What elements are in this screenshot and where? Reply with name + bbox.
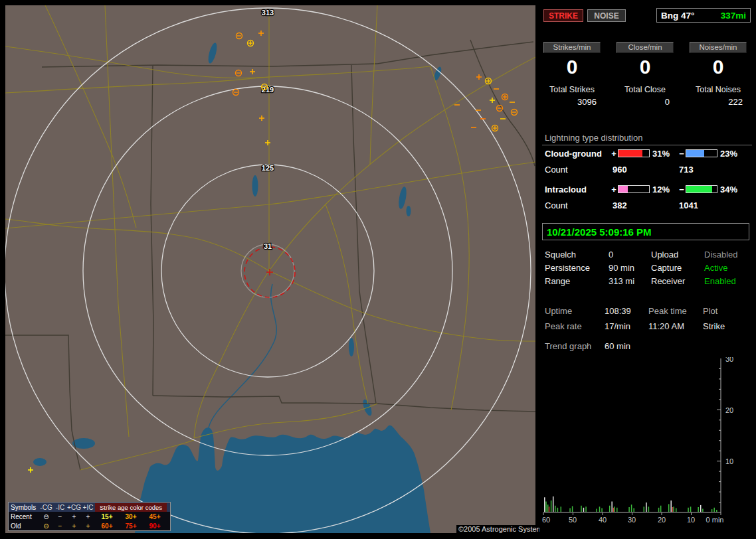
total-close-value: 0 (616, 97, 674, 107)
cloud-ground-label: Cloud-ground (545, 149, 610, 159)
persistence-value: 90 min (609, 263, 651, 273)
strikes-per-min-value: 0 (543, 56, 601, 78)
cg-minus-pct: 23% (720, 149, 745, 159)
count-label: Count (545, 165, 613, 174)
peak-rate-value: 17/min (605, 321, 648, 332)
chart-ticks (543, 368, 721, 515)
intracloud-count-row: Count 382 1041 (545, 200, 698, 210)
peak-rate-label: Peak rate (545, 321, 605, 332)
divider (542, 145, 752, 145)
ic-minus-count: 1041 (679, 200, 698, 210)
intracloud-label: Intracloud (545, 185, 610, 194)
distance-value: 337mi (721, 11, 746, 21)
age-45: 45+ (143, 512, 167, 521)
ic-plus-count: 382 (613, 200, 679, 210)
ic-plus-pct: 12% (652, 185, 678, 194)
squelch-label: Squelch (545, 250, 609, 260)
noise-mode-button[interactable]: NOISE (587, 9, 626, 22)
trend-graph-label: Trend graph (545, 341, 605, 352)
range-value: 313 mi (609, 276, 651, 287)
legend-col-neg-ic: -IC (53, 503, 67, 512)
close-per-min-button[interactable]: Close/min (616, 42, 674, 53)
legend-old-label: Old (9, 522, 39, 530)
chart-axes (543, 358, 721, 512)
intracloud-row: Intracloud + 12% − 34% (545, 185, 745, 194)
copyright-text: ©2005 Astrogenic Systems (456, 525, 548, 533)
cloud-ground-row: Cloud-ground + 31% − 23% (545, 149, 745, 158)
y-tick-20: 20 (725, 406, 733, 414)
upload-status: Disabled (704, 250, 738, 260)
ring-label-313: 313 (262, 9, 274, 17)
plot-label: Plot (703, 306, 717, 317)
legend-col-pos-ic: +IC (81, 503, 95, 512)
legend-age-header: Strike age color codes (95, 503, 167, 512)
capture-label: Capture (651, 263, 704, 273)
datetime-display: 10/21/2025 5:09:16 PM (542, 223, 749, 240)
control-panel: STRIKE NOISE Bng 47° 337mi Strikes/min 0… (539, 0, 756, 539)
total-close-label: Total Close (616, 85, 674, 94)
legend-col-neg-cg: -CG (39, 503, 53, 512)
neg-cg-icon: ⊖ (39, 522, 53, 530)
strikes-column: Strikes/min 0 Total Strikes 3096 (543, 42, 601, 107)
bearing-distance-display: Bng 47° 337mi (656, 8, 751, 23)
ic-plus-bar (618, 185, 650, 193)
receiver-status: Enabled (704, 276, 736, 287)
peak-time-label: Peak time (648, 306, 703, 317)
x-tick-0: 0 min (706, 516, 724, 524)
trend-window-value: 60 min (605, 341, 648, 352)
legend-col-pos-cg: +CG (67, 503, 81, 512)
age-15: 15+ (95, 512, 119, 521)
x-tick-60: 60 (542, 516, 550, 524)
legend-symbols-label: Symbols (9, 503, 39, 512)
cg-plus-count: 960 (613, 165, 679, 174)
strike-mode-button[interactable]: STRIKE (543, 9, 583, 22)
neg-ic-icon: − (53, 512, 67, 521)
y-tick-30: 30 (725, 357, 733, 363)
peak-time-value: 11:20 AM (648, 321, 703, 332)
total-noises-value: 222 (690, 97, 747, 107)
age-90: 90+ (143, 522, 167, 530)
distribution-title: Lightning type distribution (545, 133, 642, 143)
noises-per-min-button[interactable]: Noises/min (690, 42, 747, 53)
neg-ic-icon: − (53, 522, 67, 530)
total-noises-label: Total Noises (690, 85, 747, 94)
minus-sign: − (678, 149, 686, 159)
radar-map[interactable]: 313 219 125 31 Symbols -CG -IC +CG +IC S… (5, 5, 535, 533)
x-tick-10: 10 (687, 516, 695, 524)
ic-minus-bar (686, 185, 717, 193)
plus-sign: + (610, 149, 618, 159)
strikes-per-min-button[interactable]: Strikes/min (543, 42, 601, 53)
uptime-value: 108:39 (605, 306, 648, 317)
cloud-ground-count-row: Count 960 713 (545, 165, 694, 174)
squelch-value: 0 (609, 250, 651, 260)
peak-rate-row: Peak rate 17/min 11:20 AM Strike (539, 321, 725, 332)
legend-row-recent: Recent ⊖ − + + 15+ 30+ 45+ (9, 512, 170, 521)
map-legend: Symbols -CG -IC +CG +IC Strike age color… (8, 502, 171, 531)
minus-sign: − (678, 185, 686, 194)
legend-recent-label: Recent (9, 512, 39, 521)
persistence-row: Persistence 90 min Capture Active (539, 263, 727, 273)
pos-cg-icon: + (67, 512, 81, 521)
pos-cg-icon: + (67, 522, 81, 530)
map-canvas: 313 219 125 31 (5, 5, 535, 533)
cg-plus-bar (618, 149, 650, 157)
cg-minus-bar (686, 149, 717, 157)
squelch-row: Squelch 0 Upload Disabled (539, 250, 738, 260)
cg-plus-pct: 31% (652, 149, 678, 159)
pos-ic-icon: + (81, 512, 95, 521)
cg-minus-count: 713 (679, 165, 694, 174)
chart-spikes (545, 497, 717, 512)
legend-row-old: Old ⊖ − + + 60+ 75+ 90+ (9, 521, 170, 530)
close-column: Close/min 0 Total Close 0 (616, 42, 674, 107)
legend-header: Symbols -CG -IC +CG +IC Strike age color… (9, 502, 170, 512)
ring-label-125: 125 (262, 164, 274, 172)
receiver-label: Receiver (651, 276, 704, 287)
upload-label: Upload (651, 250, 704, 260)
bearing-value: Bng 47° (661, 11, 694, 21)
range-label: Range (545, 276, 609, 287)
y-tick-10: 10 (725, 457, 733, 465)
ring-label-31: 31 (264, 242, 272, 250)
total-strikes-label: Total Strikes (543, 85, 601, 94)
chart-labels: 30 20 10 60 50 40 30 20 10 0 min (542, 357, 733, 524)
neg-cg-icon: ⊖ (39, 512, 53, 521)
